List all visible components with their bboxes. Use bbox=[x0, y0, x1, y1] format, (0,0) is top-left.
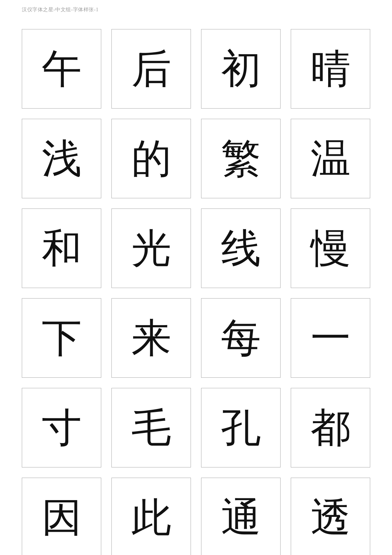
char-cell: 的 bbox=[111, 119, 191, 198]
char-display: 通 bbox=[221, 498, 261, 538]
char-cell: 孔 bbox=[201, 388, 281, 467]
char-display: 来 bbox=[131, 318, 171, 358]
char-display: 晴 bbox=[311, 49, 351, 89]
char-cell: 后 bbox=[111, 29, 191, 109]
char-display: 繁 bbox=[221, 139, 261, 179]
char-cell: 通 bbox=[201, 478, 281, 555]
char-cell: 线 bbox=[201, 208, 281, 288]
char-display: 此 bbox=[131, 498, 171, 538]
char-display: 慢 bbox=[311, 228, 351, 268]
char-display: 孔 bbox=[221, 408, 261, 448]
char-cell: 毛 bbox=[111, 388, 191, 467]
char-cell: 光 bbox=[111, 208, 191, 288]
char-cell: 来 bbox=[111, 298, 191, 378]
char-cell: 晴 bbox=[291, 29, 370, 109]
char-display: 都 bbox=[311, 408, 351, 448]
char-display: 透 bbox=[311, 498, 351, 538]
char-cell: 一 bbox=[291, 298, 370, 378]
char-display: 和 bbox=[42, 228, 82, 268]
char-cell: 因 bbox=[22, 478, 101, 555]
char-cell: 浅 bbox=[22, 119, 101, 198]
char-cell: 寸 bbox=[22, 388, 101, 467]
page-title: 汉仪字体之星-中文组-字体样张-1 bbox=[22, 7, 99, 13]
char-display: 线 bbox=[221, 228, 261, 268]
char-display: 后 bbox=[131, 49, 171, 89]
char-display: 光 bbox=[131, 228, 171, 268]
char-display: 一 bbox=[311, 318, 351, 358]
char-display: 因 bbox=[42, 498, 82, 538]
char-cell: 和 bbox=[22, 208, 101, 288]
char-display: 寸 bbox=[42, 408, 82, 448]
char-display: 下 bbox=[42, 318, 82, 358]
char-display: 的 bbox=[131, 139, 171, 179]
char-cell: 温 bbox=[291, 119, 370, 198]
char-cell: 此 bbox=[111, 478, 191, 555]
char-display: 每 bbox=[221, 318, 261, 358]
char-cell: 透 bbox=[291, 478, 370, 555]
char-cell: 繁 bbox=[201, 119, 281, 198]
character-grid: 午后初晴浅的繁温和光线慢下来每一寸毛孔都因此通透 bbox=[0, 7, 392, 555]
char-display: 初 bbox=[221, 49, 261, 89]
char-display: 浅 bbox=[42, 139, 82, 179]
char-cell: 午 bbox=[22, 29, 101, 109]
char-display: 午 bbox=[42, 49, 82, 89]
char-display: 温 bbox=[311, 139, 351, 179]
char-cell: 下 bbox=[22, 298, 101, 378]
char-cell: 慢 bbox=[291, 208, 370, 288]
char-cell: 初 bbox=[201, 29, 281, 109]
char-cell: 每 bbox=[201, 298, 281, 378]
char-cell: 都 bbox=[291, 388, 370, 467]
char-display: 毛 bbox=[131, 408, 171, 448]
